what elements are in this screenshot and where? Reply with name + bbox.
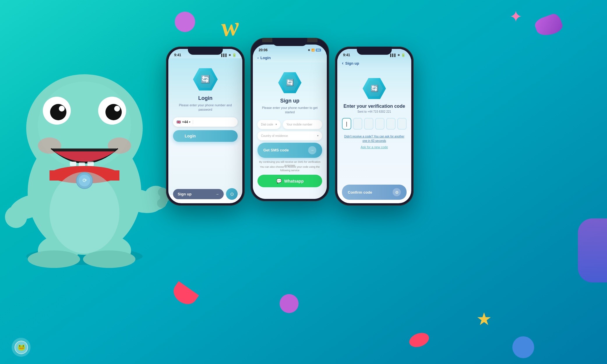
phone-input-container: 🇬🇧 +44 ▾ ✕ [173,117,238,127]
status-icons-3: ▌▌▌ ⊛ 🔋 [390,53,405,57]
flag-emoji: 🇬🇧 [177,120,181,124]
resend-text: Didn't receive a code? You can ask for a… [343,134,405,143]
svg-point-8 [50,104,66,120]
phone-verification: 9:41 ▌▌▌ ⊛ 🔋 ‹ Sign up 🔄 [335,47,414,206]
whatsapp-icon: 💬 [276,178,282,184]
svg-rect-14 [87,162,94,166]
sms-arrow-icon: → [308,146,316,154]
status-icons-2: ⊛ 📶 5G [308,49,321,52]
signup-subtitle: Please enter your phone number to get st… [253,106,327,115]
svg-point-9 [105,104,122,120]
app-icon-3: 🔄 [363,77,386,100]
phone-number-input[interactable] [195,120,242,124]
verify-subtitle: Sent to +44 715 6302 221 [357,110,391,113]
status-time-2: 20:06 [259,48,268,52]
svg-rect-13 [79,162,85,167]
whatsapp-section: You can also choose to receive your code… [257,165,322,187]
back-nav-2[interactable]: ‹ Login [253,53,327,62]
confirm-icon: ⊙ [393,188,401,196]
bottom-logo: 🐸 [12,338,31,357]
frog-character: ⟳ [0,23,175,285]
dial-code: +44 [182,120,188,124]
dial-mobile-row: Dial code ▾ Your mobile number [257,120,322,129]
country-placeholder: Country of residence [261,134,288,137]
svg-point-26 [28,250,80,268]
decorative-pink-star: ✦ [509,7,523,26]
decorative-purple-tab [578,218,607,282]
confirm-button[interactable]: Confirm code ⊙ [342,185,407,200]
code-box-3[interactable] [364,118,373,130]
decorative-yellow-star: ★ [476,309,492,329]
signup-label: Sign up [178,192,192,196]
svg-point-18 [5,206,27,228]
back-icon-2: ‹ [257,56,259,60]
signup-arrow: → [215,192,219,196]
code-input-boxes: | [342,118,407,130]
svg-point-23 [157,199,166,208]
svg-point-27 [83,250,135,268]
status-time-3: 9:41 [343,53,350,57]
confirm-btn-label: Confirm code [348,190,372,195]
phone-signup-screen: 20:06 ⊛ 📶 5G ‹ Login 🔄 [253,45,327,199]
testflight-bar: TestFlight [262,38,317,42]
verify-content: 🔄 Enter your verification code Sent to +… [337,68,411,190]
ask-new-code-link[interactable]: Ask for a new code [361,145,388,149]
dial-dropdown-icon: ▾ [276,123,277,126]
mobile-placeholder: Your mobile number [286,123,312,126]
svg-rect-12 [70,162,76,166]
country-field[interactable]: Country of residence ▾ [257,131,322,140]
back-nav-3[interactable]: ‹ Sign up [337,58,411,68]
dropdown-arrow: ▾ [189,121,190,123]
code-box-4[interactable] [375,118,384,130]
flag-code[interactable]: 🇬🇧 +44 ▾ [177,120,193,124]
dial-code-placeholder: Dial code [261,123,273,126]
back-label-3: Sign up [345,61,359,66]
signup-title: Sign up [280,98,299,104]
decorative-blue-ball [512,336,534,358]
phone-verify-screen: 9:41 ▌▌▌ ⊛ 🔋 ‹ Sign up 🔄 [337,49,411,203]
status-bar-1: 9:41 ▌▌▌ ⊛ 🔋 [168,49,242,58]
decorative-yellow-w: w [220,11,240,43]
code-box-2[interactable] [353,118,362,130]
login-app-content: 🔄 Login Please enter your phone number a… [168,58,242,195]
signup-button[interactable]: Sign up → [173,189,224,199]
app-icon-1: 🔄 [193,67,218,92]
app-icon-2: 🔄 [278,71,301,94]
code-box-1[interactable]: | [342,118,351,130]
phone-signup: TestFlight 20:06 ⊛ 📶 5G ‹ Login [250,38,329,201]
svg-text:🐸: 🐸 [17,343,25,351]
login-subtitle: Please enter your phone number and passw… [168,103,242,112]
code-cursor: | [346,121,347,127]
status-icons-1: ▌▌▌ ⊛ 🔋 [221,53,237,57]
code-box-6[interactable] [397,118,407,130]
status-bar-3: 9:41 ▌▌▌ ⊛ 🔋 [337,49,411,58]
mobile-number-field[interactable]: Your mobile number [283,120,322,129]
dial-code-field[interactable]: Dial code ▾ [257,120,280,129]
login-button[interactable]: Login [173,130,238,142]
bottom-action-bar: Sign up → ⊙ [173,188,238,200]
code-box-5[interactable] [386,118,396,130]
status-bar-2: 20:06 ⊛ 📶 5G [253,45,327,53]
phones-container: 9:41 ▌▌▌ ⊛ 🔋 🔄 Login Please ent [166,47,414,206]
svg-point-10 [59,106,65,112]
whatsapp-btn-label: Whatsapp [284,179,304,183]
back-icon-3: ‹ [342,61,343,66]
phone-login: 9:41 ▌▌▌ ⊛ 🔋 🔄 Login Please ent [166,47,245,206]
whatsapp-button[interactable]: 💬 Whatsapp [257,175,322,187]
sms-btn-label: Get SMS code [263,148,289,152]
back-label-2: Login [260,56,271,60]
verify-title: Enter your verification code [338,104,411,109]
svg-point-31 [50,172,119,253]
svg-point-11 [114,106,120,112]
phone-login-screen: 9:41 ▌▌▌ ⊛ 🔋 🔄 Login Please ent [168,49,242,203]
country-dropdown-icon: ▾ [317,134,319,137]
whatsapp-label: You can also choose to receive your code… [257,165,322,172]
sms-button[interactable]: Get SMS code → [257,143,322,158]
login-title: Login [198,95,213,101]
camera-icon: ⊙ [230,191,234,197]
decorative-purple-ball-bottom [280,294,299,313]
camera-button[interactable]: ⊙ [226,188,238,200]
status-time-1: 9:41 [174,53,181,57]
